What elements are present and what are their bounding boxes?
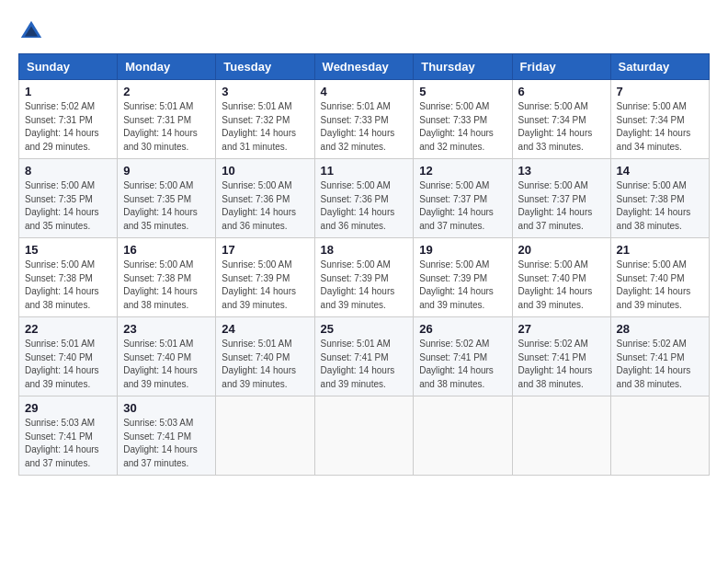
calendar-day-cell: 13 Sunrise: 5:00 AMSunset: 7:37 PMDaylig… <box>512 159 610 238</box>
day-number: 7 <box>617 85 703 98</box>
calendar-day-cell: 9 Sunrise: 5:00 AMSunset: 7:35 PMDayligh… <box>118 159 216 238</box>
calendar-day-cell <box>314 396 414 476</box>
calendar-day-cell: 3 Sunrise: 5:01 AMSunset: 7:32 PMDayligh… <box>216 80 314 159</box>
calendar-day-cell: 14 Sunrise: 5:00 AMSunset: 7:38 PMDaylig… <box>610 159 709 238</box>
day-number: 10 <box>222 164 308 178</box>
day-number: 28 <box>617 322 703 336</box>
day-info: Sunrise: 5:00 AMSunset: 7:39 PMDaylight:… <box>222 259 296 310</box>
calendar-day-cell: 22 Sunrise: 5:01 AMSunset: 7:40 PMDaylig… <box>19 317 118 396</box>
calendar-day-cell: 16 Sunrise: 5:00 AMSunset: 7:38 PMDaylig… <box>118 238 216 317</box>
day-info: Sunrise: 5:00 AMSunset: 7:33 PMDaylight:… <box>419 101 494 152</box>
day-number: 20 <box>518 243 605 257</box>
calendar-day-cell: 12 Sunrise: 5:00 AMSunset: 7:37 PMDaylig… <box>414 159 512 238</box>
day-number: 13 <box>518 164 605 178</box>
weekday-header: Saturday <box>610 54 709 80</box>
day-number: 15 <box>25 243 111 257</box>
calendar-day-cell <box>610 396 709 476</box>
day-info: Sunrise: 5:00 AMSunset: 7:36 PMDaylight:… <box>321 180 395 231</box>
day-number: 24 <box>222 322 308 336</box>
calendar-day-cell: 1 Sunrise: 5:02 AMSunset: 7:31 PMDayligh… <box>19 80 118 159</box>
calendar-day-cell: 27 Sunrise: 5:02 AMSunset: 7:41 PMDaylig… <box>512 317 610 396</box>
calendar-table: SundayMondayTuesdayWednesdayThursdayFrid… <box>18 53 710 476</box>
day-info: Sunrise: 5:03 AMSunset: 7:41 PMDaylight:… <box>123 418 198 468</box>
calendar-week-row: 22 Sunrise: 5:01 AMSunset: 7:40 PMDaylig… <box>19 317 710 396</box>
calendar-day-cell: 17 Sunrise: 5:00 AMSunset: 7:39 PMDaylig… <box>216 238 314 317</box>
day-info: Sunrise: 5:00 AMSunset: 7:39 PMDaylight:… <box>419 259 494 310</box>
day-number: 19 <box>419 243 506 257</box>
day-info: Sunrise: 5:01 AMSunset: 7:33 PMDaylight:… <box>321 101 395 152</box>
day-number: 2 <box>123 85 210 98</box>
day-info: Sunrise: 5:00 AMSunset: 7:34 PMDaylight:… <box>617 101 691 152</box>
day-number: 12 <box>419 164 506 178</box>
logo <box>18 18 48 44</box>
weekday-header: Tuesday <box>216 54 314 80</box>
day-info: Sunrise: 5:02 AMSunset: 7:41 PMDaylight:… <box>617 339 691 389</box>
day-number: 3 <box>222 85 308 98</box>
weekday-header-row: SundayMondayTuesdayWednesdayThursdayFrid… <box>19 54 710 80</box>
calendar-day-cell: 19 Sunrise: 5:00 AMSunset: 7:39 PMDaylig… <box>414 238 512 317</box>
calendar-week-row: 29 Sunrise: 5:03 AMSunset: 7:41 PMDaylig… <box>19 396 710 476</box>
calendar-day-cell: 10 Sunrise: 5:00 AMSunset: 7:36 PMDaylig… <box>216 159 314 238</box>
day-number: 25 <box>321 322 408 336</box>
day-number: 9 <box>123 164 210 178</box>
day-info: Sunrise: 5:00 AMSunset: 7:35 PMDaylight:… <box>25 180 99 231</box>
day-info: Sunrise: 5:02 AMSunset: 7:31 PMDaylight:… <box>25 101 99 152</box>
day-info: Sunrise: 5:00 AMSunset: 7:38 PMDaylight:… <box>123 259 198 310</box>
day-number: 21 <box>617 243 703 257</box>
day-info: Sunrise: 5:00 AMSunset: 7:34 PMDaylight:… <box>518 101 593 152</box>
calendar-day-cell: 28 Sunrise: 5:02 AMSunset: 7:41 PMDaylig… <box>610 317 709 396</box>
page-header <box>18 18 710 44</box>
weekday-header: Wednesday <box>314 54 414 80</box>
day-info: Sunrise: 5:01 AMSunset: 7:40 PMDaylight:… <box>123 339 198 389</box>
calendar-day-cell: 24 Sunrise: 5:01 AMSunset: 7:40 PMDaylig… <box>216 317 314 396</box>
day-info: Sunrise: 5:00 AMSunset: 7:38 PMDaylight:… <box>617 180 691 231</box>
calendar-week-row: 8 Sunrise: 5:00 AMSunset: 7:35 PMDayligh… <box>19 159 710 238</box>
calendar-day-cell <box>512 396 610 476</box>
calendar-day-cell: 30 Sunrise: 5:03 AMSunset: 7:41 PMDaylig… <box>118 396 216 476</box>
calendar-day-cell: 29 Sunrise: 5:03 AMSunset: 7:41 PMDaylig… <box>19 396 118 476</box>
day-number: 29 <box>25 401 111 415</box>
day-number: 8 <box>25 164 111 178</box>
day-info: Sunrise: 5:01 AMSunset: 7:32 PMDaylight:… <box>222 101 296 152</box>
calendar-day-cell: 6 Sunrise: 5:00 AMSunset: 7:34 PMDayligh… <box>512 80 610 159</box>
day-info: Sunrise: 5:00 AMSunset: 7:36 PMDaylight:… <box>222 180 296 231</box>
day-info: Sunrise: 5:00 AMSunset: 7:37 PMDaylight:… <box>419 180 494 231</box>
day-number: 30 <box>123 401 210 415</box>
day-info: Sunrise: 5:00 AMSunset: 7:37 PMDaylight:… <box>518 180 593 231</box>
calendar-day-cell <box>414 396 512 476</box>
day-info: Sunrise: 5:01 AMSunset: 7:31 PMDaylight:… <box>123 101 198 152</box>
calendar-week-row: 15 Sunrise: 5:00 AMSunset: 7:38 PMDaylig… <box>19 238 710 317</box>
calendar-day-cell: 21 Sunrise: 5:00 AMSunset: 7:40 PMDaylig… <box>610 238 709 317</box>
calendar-day-cell: 11 Sunrise: 5:00 AMSunset: 7:36 PMDaylig… <box>314 159 414 238</box>
calendar-day-cell: 4 Sunrise: 5:01 AMSunset: 7:33 PMDayligh… <box>314 80 414 159</box>
day-number: 23 <box>123 322 210 336</box>
day-info: Sunrise: 5:00 AMSunset: 7:38 PMDaylight:… <box>25 259 99 310</box>
calendar-day-cell: 18 Sunrise: 5:00 AMSunset: 7:39 PMDaylig… <box>314 238 414 317</box>
day-number: 11 <box>321 164 408 178</box>
day-info: Sunrise: 5:00 AMSunset: 7:35 PMDaylight:… <box>123 180 198 231</box>
weekday-header: Thursday <box>414 54 512 80</box>
day-number: 4 <box>321 85 408 98</box>
day-info: Sunrise: 5:01 AMSunset: 7:41 PMDaylight:… <box>321 339 395 389</box>
logo-icon <box>18 18 44 44</box>
day-number: 5 <box>419 85 506 98</box>
weekday-header: Friday <box>512 54 610 80</box>
day-info: Sunrise: 5:00 AMSunset: 7:40 PMDaylight:… <box>617 259 691 310</box>
weekday-header: Monday <box>118 54 216 80</box>
day-info: Sunrise: 5:00 AMSunset: 7:40 PMDaylight:… <box>518 259 593 310</box>
day-number: 22 <box>25 322 111 336</box>
day-number: 14 <box>617 164 703 178</box>
day-info: Sunrise: 5:03 AMSunset: 7:41 PMDaylight:… <box>25 418 99 468</box>
day-info: Sunrise: 5:02 AMSunset: 7:41 PMDaylight:… <box>518 339 593 389</box>
day-number: 27 <box>518 322 605 336</box>
day-info: Sunrise: 5:00 AMSunset: 7:39 PMDaylight:… <box>321 259 395 310</box>
day-number: 6 <box>518 85 605 98</box>
day-number: 1 <box>25 85 111 98</box>
day-info: Sunrise: 5:02 AMSunset: 7:41 PMDaylight:… <box>419 339 494 389</box>
calendar-day-cell: 26 Sunrise: 5:02 AMSunset: 7:41 PMDaylig… <box>414 317 512 396</box>
calendar-day-cell: 5 Sunrise: 5:00 AMSunset: 7:33 PMDayligh… <box>414 80 512 159</box>
day-info: Sunrise: 5:01 AMSunset: 7:40 PMDaylight:… <box>222 339 296 389</box>
calendar-day-cell: 8 Sunrise: 5:00 AMSunset: 7:35 PMDayligh… <box>19 159 118 238</box>
day-number: 18 <box>321 243 408 257</box>
calendar-day-cell <box>216 396 314 476</box>
